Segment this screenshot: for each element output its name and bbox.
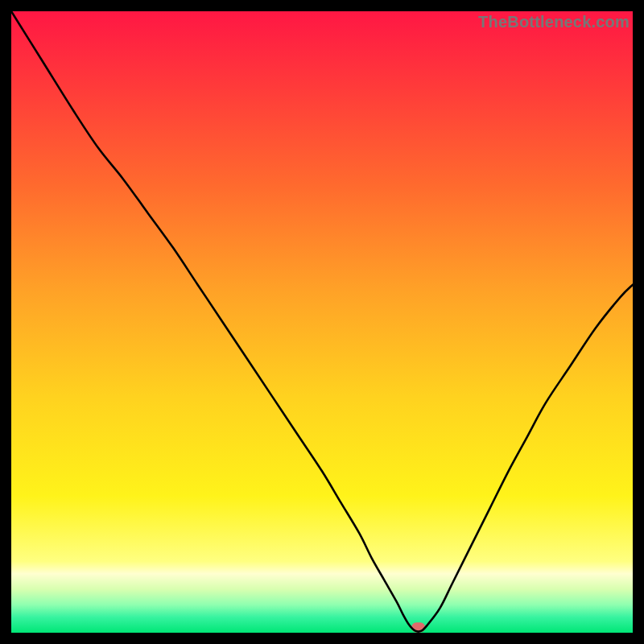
- watermark-text: TheBottleneck.com: [478, 13, 630, 31]
- plot-area: TheBottleneck.com: [11, 11, 633, 633]
- chart-svg: [11, 11, 633, 633]
- chart-stage: TheBottleneck.com: [0, 0, 644, 644]
- background-gradient: [11, 11, 633, 633]
